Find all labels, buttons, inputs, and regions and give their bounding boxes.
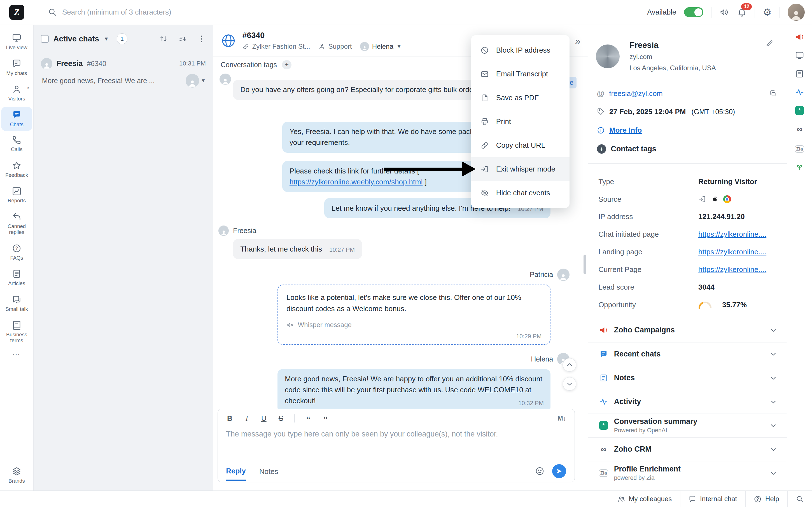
section-profile-enrichment[interactable]: Zia Profile Enrichment powered by Zia — [588, 461, 787, 485]
quote-open-button[interactable]: “ — [305, 414, 312, 423]
section-conversation-summary[interactable]: * Conversation summary Powered by OpenAI — [588, 413, 787, 437]
section-activity[interactable]: Activity — [588, 390, 787, 413]
menu-item-label: Print — [496, 117, 511, 126]
add-tag-button[interactable]: + — [282, 60, 291, 69]
search-input[interactable] — [62, 8, 249, 16]
whisper-icon — [287, 321, 294, 329]
sidebar-item-small-talk[interactable]: Small talk — [1, 291, 32, 316]
section-zoho-crm[interactable]: ∞ Zoho CRM — [588, 437, 787, 461]
sidebar-item-visitors[interactable]: ▸ Visitors — [1, 81, 32, 105]
opportunity-gauge-wrap: 35.77% — [698, 301, 747, 309]
chevron-down-icon — [566, 381, 573, 387]
strip-zia-icon[interactable]: Zia — [795, 143, 804, 153]
menu-item-block-ip[interactable]: Block IP address — [471, 38, 569, 62]
book-icon — [12, 320, 21, 330]
sidebar-item-label: Brands — [8, 478, 25, 484]
sort-icon[interactable] — [159, 35, 168, 43]
sidebar-item-calls[interactable]: Calls — [1, 132, 32, 156]
edit-profile-icon[interactable] — [765, 40, 773, 47]
menu-item-print[interactable]: Print — [471, 110, 569, 133]
speaker-icon[interactable] — [719, 7, 729, 17]
italic-button[interactable]: I — [243, 414, 250, 423]
internal-chat-button[interactable]: Internal chat — [680, 491, 745, 507]
section-recent-chats[interactable]: Recent chats — [588, 342, 787, 366]
collapse-panel-icon[interactable]: » — [575, 35, 581, 47]
strip-widgets-icon[interactable] — [795, 51, 804, 60]
contact-tags-row[interactable]: + Contact tags — [597, 145, 777, 154]
menu-item-exit-whisper[interactable]: Exit whisper mode — [471, 157, 569, 181]
bold-button[interactable]: B — [226, 414, 233, 422]
sidebar-item-reports[interactable]: Reports — [1, 183, 32, 207]
bottom-search-button[interactable] — [788, 491, 812, 507]
app-logo[interactable]: Z — [0, 5, 34, 20]
settings-gear-icon[interactable]: ⚙ — [763, 7, 772, 17]
sidebar-item-articles[interactable]: Articles — [1, 266, 32, 290]
sidebar-item-my-chats[interactable]: My chats — [1, 56, 32, 80]
menu-item-hide-events[interactable]: Hide chat events — [471, 181, 569, 205]
more-info-link[interactable]: More Info — [609, 126, 642, 134]
expand-caret-icon: ▸ — [28, 86, 30, 90]
help-button[interactable]: Help — [745, 491, 788, 507]
scrollbar-thumb[interactable] — [583, 255, 586, 274]
composer-input[interactable]: The message you type here can only be se… — [218, 425, 574, 444]
chat-list-item[interactable]: Freesia #6340 10:31 PM More good news, F… — [34, 53, 213, 94]
profile-avatar — [596, 45, 620, 68]
menu-item-copy-url[interactable]: Copy chat URL — [471, 133, 569, 157]
message-link[interactable]: https://zylkeronline.weebly.com/shop.htm… — [290, 178, 423, 186]
sidebar-more-icon[interactable]: ⋯ — [12, 350, 21, 359]
agent-selector[interactable]: Helena ▼ — [360, 42, 402, 51]
select-all-checkbox[interactable] — [41, 35, 49, 43]
exit-icon — [480, 165, 489, 173]
field-link[interactable]: https://zylkeronline.... — [698, 248, 766, 256]
sidebar-item-faqs[interactable]: ? FAQs — [1, 240, 32, 265]
chat-icon — [12, 59, 21, 68]
composer-footer: Reply Notes — [218, 460, 574, 482]
notifications[interactable]: 12 — [737, 7, 747, 17]
menu-item-email-transcript[interactable]: Email Transcript — [471, 62, 569, 86]
markdown-button[interactable]: M↓ — [558, 415, 566, 422]
send-button[interactable] — [552, 464, 566, 478]
chat-filter-label[interactable]: Active chats — [53, 35, 99, 43]
sidebar-item-business-terms[interactable]: Business terms — [1, 317, 32, 347]
annotation-arrow-head — [462, 161, 476, 177]
strikethrough-button[interactable]: S — [277, 414, 285, 422]
availability-toggle[interactable] — [684, 7, 703, 17]
sidebar-item-brands[interactable]: Brands — [1, 463, 32, 488]
conversation-tag-chip[interactable]: e — [569, 77, 576, 89]
strip-crm-icon[interactable]: ∞ — [797, 124, 803, 134]
menu-item-label: Copy chat URL — [496, 141, 545, 150]
tab-notes[interactable]: Notes — [259, 462, 278, 481]
chevron-down-icon[interactable]: ▼ — [104, 36, 109, 42]
quote-close-button[interactable]: ” — [322, 414, 329, 423]
filter-icon[interactable] — [179, 35, 187, 43]
field-link[interactable]: https://zylkeronline.... — [698, 230, 766, 238]
profile-name: Freesia — [629, 40, 659, 50]
copy-email-icon[interactable] — [769, 90, 776, 97]
sidebar-item-live-view[interactable]: Live view — [1, 30, 32, 54]
strip-notes-icon[interactable] — [795, 69, 804, 78]
my-colleagues-button[interactable]: My colleagues — [609, 491, 680, 507]
sidebar-item-feedback[interactable]: Feedback — [1, 158, 32, 182]
strip-campaigns-icon[interactable] — [795, 32, 804, 41]
sidebar-item-canned-replies[interactable]: Canned replies — [1, 209, 32, 239]
underline-button[interactable]: U — [260, 414, 267, 422]
more-options-icon[interactable]: ⋮ — [197, 34, 206, 43]
strip-openai-icon[interactable]: * — [795, 106, 804, 115]
profile-email[interactable]: freesia@zyl.com — [609, 90, 663, 98]
chevron-down-icon — [770, 375, 776, 381]
emoji-icon[interactable] — [535, 466, 544, 476]
tab-reply[interactable]: Reply — [226, 461, 246, 481]
field-link[interactable]: https://zylkeronline.... — [698, 266, 766, 274]
brand-group[interactable]: Zylker Fashion St... — [243, 43, 310, 50]
user-avatar[interactable] — [788, 4, 805, 21]
menu-item-save-pdf[interactable]: Save as PDF — [471, 86, 569, 110]
menu-item-label: Hide chat events — [496, 189, 550, 197]
strip-activity-icon[interactable] — [795, 88, 804, 97]
sidebar-item-chats[interactable]: Chats — [1, 107, 32, 131]
section-zoho-campaigns[interactable]: Zoho Campaigns — [588, 318, 787, 342]
strip-enrichment-icon[interactable] — [795, 162, 804, 171]
department-group[interactable]: Support — [318, 43, 352, 50]
more-info-row: More Info — [597, 126, 777, 134]
assigned-agent[interactable]: ▼ — [186, 74, 206, 87]
section-notes[interactable]: Notes — [588, 366, 787, 390]
